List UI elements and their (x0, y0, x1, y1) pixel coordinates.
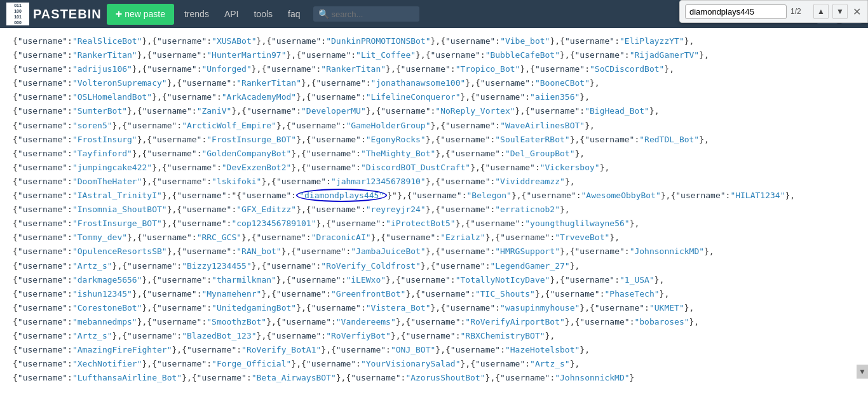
find-close-button[interactable]: ✕ (851, 6, 862, 18)
table-row: {"username":"VolteronSupremacy"},{"usern… (13, 76, 855, 90)
search-box[interactable]: 🔍 (313, 6, 419, 22)
nav-api[interactable]: API (219, 9, 244, 19)
table-row: {"username":"OpulenceResortsSB"},{"usern… (13, 245, 855, 259)
table-row: {"username":"darkmage5656"},{"username":… (13, 273, 855, 287)
table-row: {"username":"IAstral_TrinityI"},{"userna… (13, 189, 855, 203)
table-row: {"username":"ishun12345"},{"username":"M… (13, 287, 855, 301)
logo-text: PASTEBIN (33, 7, 102, 22)
table-row: {"username":"Insomnia_ShoutBOT"},{"usern… (13, 203, 855, 217)
nav-trends[interactable]: trends (179, 9, 214, 19)
table-row: {"username":"soren5"},{"username":"Arcti… (13, 119, 855, 133)
table-row: {"username":"Artz_s"},{"username":"Bizzy… (13, 259, 855, 273)
table-row: {"username":"jumpingcake422"},{"username… (13, 161, 855, 175)
table-row: {"username":"RealSliceBot"},{"username":… (13, 34, 855, 48)
search-input[interactable] (332, 10, 414, 19)
table-row: {"username":"Tommy_dev"},{"username":"RR… (13, 231, 855, 245)
table-row: {"username":"RankerTitan"},{"username":"… (13, 48, 855, 62)
table-row: {"username":"adrijus106"},{"username":"U… (13, 62, 855, 76)
scroll-to-bottom[interactable]: ▼ (857, 365, 868, 379)
content-area[interactable]: {"username":"RealSliceBot"},{"username":… (0, 28, 868, 404)
find-input[interactable] (685, 4, 787, 19)
table-row: {"username":"FrostInsurg"},{"username":"… (13, 133, 855, 147)
find-count: 1/2 (790, 7, 810, 16)
logo: 011100101000 PASTEBIN (6, 3, 102, 25)
table-row: {"username":"CorestoneBot"},{"username":… (13, 301, 855, 315)
table-row: {"username":"OSLHomelandBot"},{"username… (13, 90, 855, 104)
table-row: {"username":"FrostInsurge_BOT"},{"userna… (13, 217, 855, 231)
new-paste-label: new paste (125, 9, 165, 19)
nav-faq[interactable]: faq (283, 9, 305, 19)
highlighted-match: "diamondplays445" (296, 189, 387, 202)
nav-tools[interactable]: tools (248, 9, 278, 19)
find-bar: 1/2 ▲ ▼ ✕ (679, 0, 868, 23)
table-row: {"username":"XechNotifier"},{"username":… (13, 357, 855, 371)
new-paste-button[interactable]: + new paste (107, 4, 174, 25)
table-row: {"username":"Tayfinford"},{"username":"G… (13, 147, 855, 161)
table-row: {"username":"LufthansaAirline_Bot"},{"us… (13, 371, 855, 385)
table-row: {"username":"Artz_s"},{"username":"Blaze… (13, 329, 855, 343)
table-row: {"username":"DoomTheHater"},{"username":… (13, 175, 855, 189)
logo-icon: 011100101000 (6, 3, 29, 25)
find-next-button[interactable]: ▼ (832, 4, 848, 19)
plus-icon: + (116, 8, 123, 21)
table-row: {"username":"AmazingFireFighter"},{"user… (13, 343, 855, 357)
table-row: {"username":"mebannedmps"},{"username":"… (13, 315, 855, 329)
table-row: {"username":"SumterBot"},{"username":"Za… (13, 104, 855, 118)
find-prev-button[interactable]: ▲ (813, 4, 829, 19)
search-icon: 🔍 (318, 9, 329, 19)
